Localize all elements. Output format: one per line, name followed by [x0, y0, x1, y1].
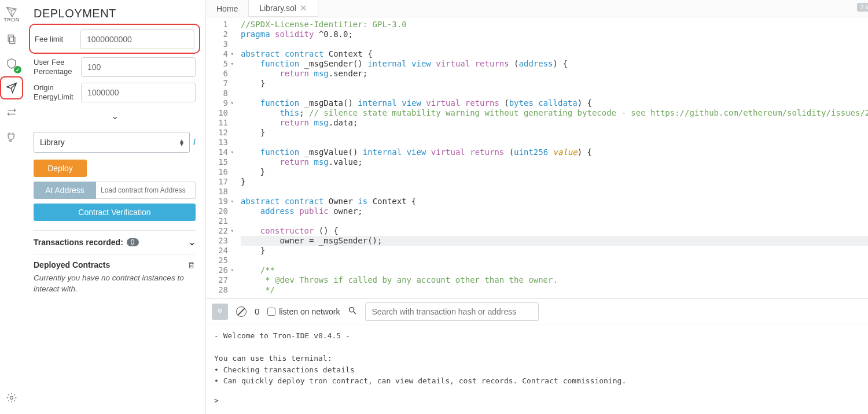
info-icon[interactable]: i [193, 138, 196, 147]
terminal-toolbar: 0 listen on network [206, 299, 868, 324]
terminal-panel: 0 listen on network - Welcome to Tron-ID… [206, 298, 868, 414]
panel-title: DEPLOYMENT [34, 7, 196, 20]
main-area: Home Library.sol ✕ 2 tabs 12345678910111… [205, 0, 868, 414]
terminal-body[interactable]: - Welcome to Tron-IDE v0.4.5 - You can u… [206, 324, 868, 414]
contract-select-value: Library [40, 138, 65, 147]
tab-library-sol[interactable]: Library.sol ✕ [249, 0, 318, 17]
tab-count-badge[interactable]: 2 tabs [857, 3, 868, 12]
no-instance-text: Currently you have no contract instances… [34, 273, 196, 295]
deployed-contracts-header: Deployed Contracts [34, 260, 110, 269]
at-address-input[interactable] [96, 182, 196, 199]
settings-icon[interactable] [0, 386, 23, 409]
deploy-icon[interactable] [0, 76, 23, 99]
tx-count-badge: 0 [127, 238, 139, 246]
fee-limit-highlight: Fee limit [29, 24, 200, 54]
logo-text: TRON [3, 17, 20, 23]
origin-energy-label: OriginEnergyLimit [34, 83, 81, 102]
icon-rail: TRON [0, 0, 23, 414]
chevron-down-icon: ⌄ [189, 238, 196, 247]
contract-select[interactable]: Library ▴▾ [34, 132, 190, 153]
fee-limit-label: Fee limit [35, 35, 80, 44]
svg-point-3 [350, 307, 354, 312]
terminal-collapse-button[interactable] [212, 304, 228, 320]
trash-icon[interactable] [187, 261, 196, 269]
clear-terminal-icon[interactable] [236, 306, 247, 317]
transactions-recorded-toggle[interactable]: Transactions recorded: 0 ⌄ [34, 230, 196, 247]
compiler-icon[interactable] [0, 52, 23, 75]
tron-logo: TRON [0, 2, 23, 25]
files-icon[interactable] [0, 28, 23, 51]
svg-rect-0 [8, 35, 13, 42]
plugin-icon[interactable] [0, 125, 23, 148]
code-editor[interactable]: 1234567891011121314151617181920212223242… [206, 17, 868, 298]
code-body[interactable]: //SPDX-License-Identifier: GPL-3.0pragma… [233, 17, 868, 298]
at-address-button[interactable]: At Address [34, 182, 96, 199]
svg-rect-1 [10, 37, 15, 44]
tab-home[interactable]: Home [206, 0, 249, 17]
transactions-icon[interactable] [0, 101, 23, 124]
user-fee-input[interactable] [81, 57, 196, 77]
contract-verification-button[interactable]: Contract Verification [34, 204, 196, 221]
pending-count: 0 [255, 306, 259, 316]
terminal-search-input[interactable] [365, 302, 539, 321]
expand-more-icon[interactable]: ⌄ [34, 110, 196, 121]
tab-bar: Home Library.sol ✕ 2 tabs [206, 0, 868, 17]
deploy-button[interactable]: Deploy [34, 160, 87, 177]
user-fee-label: User FeePercentage [34, 58, 81, 77]
deployment-panel: DEPLOYMENT Fee limit User FeePercentage … [23, 0, 205, 414]
listen-network-checkbox[interactable]: listen on network [267, 307, 340, 316]
fee-limit-input[interactable] [80, 29, 194, 49]
origin-energy-input[interactable] [81, 83, 196, 102]
search-icon[interactable] [348, 306, 357, 317]
svg-point-2 [10, 397, 13, 400]
line-gutter: 1234567891011121314151617181920212223242… [206, 17, 233, 298]
select-caret-icon: ▴▾ [180, 139, 183, 146]
close-tab-icon[interactable]: ✕ [300, 3, 307, 13]
check-badge-icon [14, 66, 21, 73]
